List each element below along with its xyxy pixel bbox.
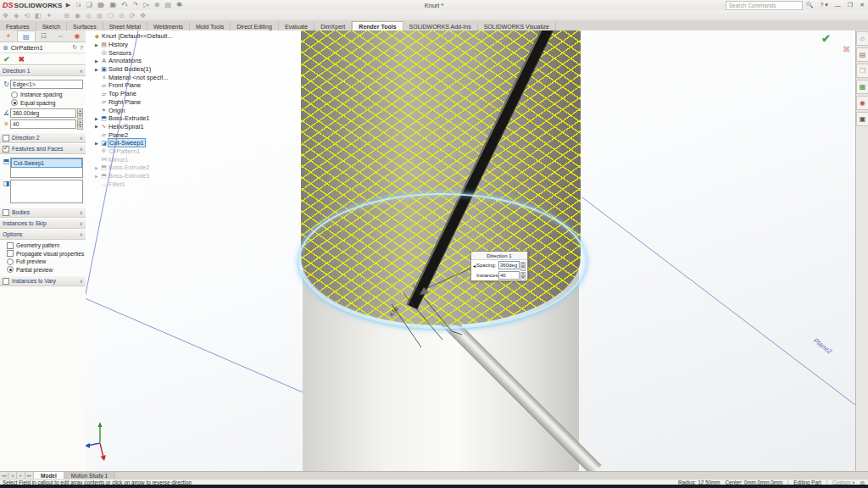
- tab-mold-tools[interactable]: Mold Tools: [190, 22, 231, 30]
- save-icon[interactable]: ▦▾: [97, 1, 104, 9]
- help-circle-icon[interactable]: ?: [80, 45, 83, 51]
- tree-item-fillet1[interactable]: ◡Fillet1: [93, 180, 205, 188]
- edit-appearance-icon[interactable]: ◍: [97, 12, 103, 19]
- view-orientation-icon[interactable]: ⊞: [64, 12, 70, 19]
- instance-spacing-radio[interactable]: Instance spacing: [11, 91, 83, 99]
- pan-icon[interactable]: ✥: [140, 12, 146, 19]
- rebuild-icon[interactable]: ⊕: [154, 1, 160, 9]
- tree-item-helix-spiral1[interactable]: ▶∿Helix/Spiral1: [93, 123, 205, 131]
- graphics-viewport[interactable]: Plane2 4.50 ◆Knurl (Default<<Default... …: [86, 30, 855, 471]
- file-properties-icon[interactable]: ▤: [165, 1, 172, 9]
- features-faces-checkbox[interactable]: [3, 146, 9, 152]
- angle-spinner[interactable]: ▲▼: [77, 108, 83, 118]
- tab-features[interactable]: Features: [0, 22, 36, 30]
- zoom-area-icon[interactable]: ◈: [14, 12, 19, 19]
- custom-properties-icon[interactable]: ▣: [856, 112, 868, 126]
- tree-item-origin[interactable]: ⌖Origin: [93, 106, 205, 114]
- selected-feature-item[interactable]: Cut-Sweep1: [11, 158, 82, 168]
- tree-item-material[interactable]: ≡Material <not specif...: [93, 73, 205, 81]
- featuremanager-tab-icon[interactable]: ✦: [0, 30, 17, 42]
- tree-item-cirpattern1[interactable]: ⊛CirPattern1: [93, 147, 205, 156]
- tab-evaluate[interactable]: Evaluate: [279, 22, 314, 30]
- appearances-icon[interactable]: ◉: [856, 96, 868, 110]
- cancel-button[interactable]: ✖: [19, 55, 25, 64]
- file-explorer-icon[interactable]: ❒: [856, 64, 868, 78]
- help-icon[interactable]: ? ▾: [820, 2, 827, 8]
- group-instances-skip-header[interactable]: Instances to Skip ∨: [0, 218, 86, 229]
- spacing-spinner[interactable]: ▲▼: [520, 262, 526, 269]
- dynamic-annotation-icon[interactable]: ✦: [47, 12, 53, 19]
- hide-show-items-icon[interactable]: ◎: [86, 12, 92, 19]
- tree-item-cut-sweep1[interactable]: ▶◪Cut-Sweep1: [93, 139, 205, 147]
- ok-button[interactable]: ✔: [3, 55, 10, 64]
- confirm-ok-icon[interactable]: ✔: [821, 32, 831, 45]
- faces-to-pattern-list[interactable]: [10, 180, 83, 203]
- tab-direct-editing[interactable]: Direct Editing: [231, 22, 279, 30]
- count-spinner[interactable]: ▲▼: [77, 119, 83, 129]
- pattern-axis-field[interactable]: Edge<1>: [10, 80, 83, 89]
- view-settings-icon[interactable]: ⊙: [119, 12, 125, 19]
- tree-item-boss-extrude1[interactable]: ▶⬒Boss-Extrude1: [93, 114, 205, 123]
- search-icon[interactable]: 🔍: [806, 2, 814, 8]
- minimize-button[interactable]: —: [835, 3, 841, 8]
- dimxpertmanager-tab-icon[interactable]: ⇔: [52, 30, 69, 42]
- geometry-pattern-checkbox[interactable]: Geometry pattern: [7, 241, 83, 250]
- instances-spinner[interactable]: ▲▼: [520, 272, 526, 280]
- restore-button[interactable]: ❐: [848, 2, 853, 8]
- instances-vary-checkbox[interactable]: [3, 278, 9, 285]
- propagate-visual-checkbox[interactable]: Propagate visual properties: [7, 250, 83, 258]
- section-view-icon[interactable]: ◧: [35, 12, 42, 19]
- equal-spacing-radio[interactable]: Equal spacing: [11, 99, 83, 108]
- instance-count-field[interactable]: 40: [10, 119, 76, 129]
- open-document-icon[interactable]: ❏▾: [86, 1, 92, 9]
- tree-item-right-plane[interactable]: ▱Right Plane: [93, 98, 205, 107]
- partial-preview-radio[interactable]: Partial preview: [7, 266, 83, 274]
- zoom-fit-icon[interactable]: ❖: [3, 12, 8, 19]
- tab-solidworks-visualize[interactable]: SOLIDWORKS Visualize: [478, 22, 556, 30]
- tab-weldments[interactable]: Weldments: [147, 22, 190, 30]
- select-icon[interactable]: ▷▾: [143, 1, 149, 9]
- angle-field[interactable]: 360.00deg: [10, 108, 76, 118]
- selected-circular-edge[interactable]: [298, 193, 587, 329]
- group-instances-vary-header[interactable]: Instances to Vary ∨: [0, 275, 86, 286]
- design-library-icon[interactable]: ▤: [856, 47, 868, 62]
- print-icon[interactable]: ▣▾: [109, 1, 116, 9]
- group-features-faces-header[interactable]: Features and Faces ∧: [0, 143, 86, 154]
- options-gear-icon[interactable]: ✱▾: [176, 1, 182, 9]
- spacing-input[interactable]: 360deg: [498, 261, 520, 269]
- tab-dimxpert[interactable]: DimXpert: [314, 22, 352, 30]
- group-direction1-header[interactable]: Direction 1 ∧: [0, 65, 86, 76]
- configurationmanager-tab-icon[interactable]: ☷: [36, 30, 53, 42]
- tree-item-front-plane[interactable]: ▱Front Plane: [93, 81, 205, 90]
- instances-input[interactable]: 40: [498, 271, 520, 280]
- confirm-cancel-icon[interactable]: ✖: [843, 44, 850, 55]
- tab-sketch[interactable]: Sketch: [36, 22, 67, 30]
- rotate-view-icon[interactable]: ⟳: [130, 12, 136, 19]
- full-preview-radio[interactable]: Full preview: [7, 258, 83, 266]
- pin-icon[interactable]: ↻: [72, 44, 77, 51]
- tab-sheet-metal[interactable]: Sheet Metal: [103, 22, 147, 30]
- new-document-icon[interactable]: □▾: [76, 1, 81, 9]
- close-button[interactable]: ✕: [860, 2, 865, 8]
- search-commands-input[interactable]: Search Commands: [726, 1, 803, 10]
- undo-icon[interactable]: ↶▾: [121, 1, 127, 9]
- group-bodies-header[interactable]: Bodies ∨: [0, 207, 86, 218]
- reverse-direction-arrow-icon[interactable]: ◂: [473, 263, 476, 269]
- tab-render-tools[interactable]: Render Tools: [352, 21, 403, 30]
- direction2-checkbox[interactable]: [3, 135, 9, 141]
- group-direction2-header[interactable]: Direction 2 ∨: [0, 132, 86, 143]
- bodies-checkbox[interactable]: [3, 209, 9, 216]
- tab-surfaces[interactable]: Surfaces: [67, 22, 103, 30]
- tree-item-boss-extrude2[interactable]: ▶⬒Boss-Extrude2: [93, 164, 205, 172]
- tab-solidworks-addins[interactable]: SOLIDWORKS Add-Ins: [403, 22, 478, 30]
- redo-icon[interactable]: ↷: [132, 1, 138, 9]
- display-style-icon[interactable]: ◉: [75, 12, 81, 19]
- apply-scene-icon[interactable]: ⬡: [108, 12, 114, 19]
- tree-item-history[interactable]: ▶▤History: [93, 41, 205, 49]
- view-palette-icon[interactable]: ▦: [856, 80, 868, 94]
- tree-item-sensors[interactable]: ◎Sensors: [93, 48, 205, 57]
- tree-item-solid-bodies[interactable]: ▶▣Solid Bodies(1): [93, 65, 205, 74]
- previous-view-icon[interactable]: ⟲: [24, 12, 30, 19]
- tree-item-part[interactable]: ◆Knurl (Default<<Default...: [93, 32, 205, 41]
- displaymanager-tab-icon[interactable]: ◉: [69, 30, 86, 42]
